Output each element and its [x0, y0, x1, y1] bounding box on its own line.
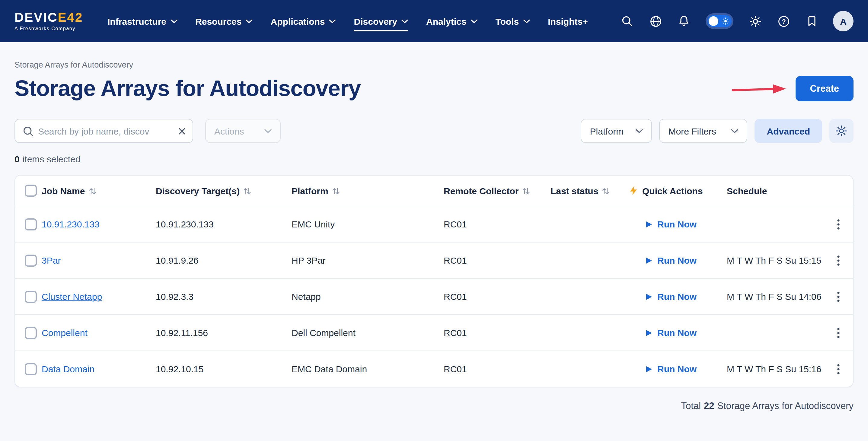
play-icon	[645, 220, 652, 228]
nav-item-label: Tools	[495, 16, 519, 26]
chevron-down-icon	[470, 19, 477, 23]
row-menu-button[interactable]	[824, 255, 853, 266]
clear-search-icon[interactable]	[178, 127, 186, 135]
total-count: 22	[704, 401, 714, 411]
select-all-checkbox[interactable]	[25, 185, 37, 197]
nav-item-applications[interactable]: Applications	[271, 10, 336, 32]
schedule-cell: M T W Th F S Su 15:15	[727, 255, 824, 265]
job-name-link[interactable]: Compellent	[42, 327, 88, 338]
selected-label: items selected	[23, 154, 81, 164]
run-now-button[interactable]: Run Now	[629, 291, 727, 302]
run-now-label: Run Now	[657, 219, 696, 229]
row-checkbox[interactable]	[25, 218, 37, 230]
globe-icon[interactable]	[648, 14, 663, 28]
user-avatar[interactable]: A	[833, 11, 854, 31]
row-menu-button[interactable]	[824, 327, 853, 338]
table-row: 10.91.230.133 10.91.230.133 EMC Unity RC…	[15, 206, 853, 242]
header-platform[interactable]: Platform	[291, 186, 444, 196]
run-now-button[interactable]: Run Now	[629, 364, 727, 374]
job-name-link[interactable]: Data Domain	[42, 364, 94, 374]
toolbar: Actions Platform More Filters Advanced	[14, 119, 854, 143]
job-name-link[interactable]: 3Par	[42, 255, 61, 265]
run-now-button[interactable]: Run Now	[629, 219, 727, 229]
selection-status: 0 items selected	[14, 154, 854, 164]
title-actions: Create	[732, 76, 854, 101]
play-icon	[645, 257, 652, 264]
sort-icon[interactable]	[243, 187, 251, 195]
logo-text-primary: DEVIC	[14, 10, 58, 24]
create-button[interactable]: Create	[796, 76, 854, 101]
header-discovery-target[interactable]: Discovery Target(s)	[156, 186, 291, 196]
run-now-label: Run Now	[657, 364, 696, 374]
run-now-button[interactable]: Run Now	[629, 255, 727, 265]
bookmark-icon[interactable]	[805, 14, 819, 28]
header-remote-collector[interactable]: Remote Collector	[444, 186, 551, 196]
notifications-bell-icon[interactable]	[677, 14, 691, 28]
nav-item-discovery[interactable]: Discovery	[354, 10, 408, 32]
sort-icon[interactable]	[522, 187, 530, 195]
nav-item-resources[interactable]: Resources	[195, 10, 252, 32]
table-settings-button[interactable]	[829, 119, 854, 143]
discovery-target-cell: 10.92.10.15	[156, 364, 291, 374]
platform-filter-dropdown[interactable]: Platform	[581, 119, 652, 143]
nav-item-analytics[interactable]: Analytics	[426, 10, 477, 32]
platform-cell: EMC Data Domain	[291, 364, 444, 374]
header-quick-actions: Quick Actions	[629, 186, 727, 196]
total-summary: Total 22 Storage Arrays for Autodiscover…	[14, 401, 854, 411]
header-job-name[interactable]: Job Name	[42, 186, 156, 196]
row-menu-button[interactable]	[824, 291, 853, 302]
platform-cell: HP 3Par	[291, 255, 444, 265]
schedule-cell: M T W Th F S Su 15:16	[727, 364, 824, 374]
header-label: Remote Collector	[444, 186, 519, 196]
kebab-menu-icon	[837, 255, 840, 266]
row-checkbox[interactable]	[25, 363, 37, 375]
device42-logo[interactable]: DEVICE42 A Freshworks Company	[14, 11, 92, 31]
nav-utility-icons: ? A	[620, 11, 854, 31]
job-name-link[interactable]: Cluster Netapp	[42, 291, 102, 302]
avatar-initial: A	[840, 16, 846, 26]
gear-icon	[835, 125, 847, 137]
nav-item-label: Applications	[271, 16, 325, 26]
sort-icon[interactable]	[602, 187, 610, 195]
nav-item-infrastructure[interactable]: Infrastructure	[107, 10, 177, 32]
chevron-down-icon	[329, 19, 336, 23]
discovery-target-cell: 10.92.3.3	[156, 291, 291, 302]
header-label: Job Name	[42, 186, 85, 196]
header-last-status[interactable]: Last status	[551, 186, 629, 196]
theme-toggle[interactable]	[707, 15, 732, 27]
total-suffix: Storage Arrays for Autodiscovery	[717, 401, 854, 411]
settings-gear-icon[interactable]	[748, 14, 763, 28]
nav-item-label: Discovery	[354, 16, 397, 26]
title-row: Storage Arrays for Autodiscovery Create	[14, 75, 854, 102]
row-checkbox[interactable]	[25, 290, 37, 303]
row-checkbox[interactable]	[25, 327, 37, 339]
job-name-link[interactable]: 10.91.230.133	[42, 219, 100, 229]
sort-icon[interactable]	[88, 187, 96, 195]
row-menu-button[interactable]	[824, 219, 853, 229]
actions-dropdown[interactable]: Actions	[205, 119, 281, 143]
breadcrumb[interactable]: Storage Arrays for Autodiscovery	[14, 60, 854, 69]
toolbar-right: Platform More Filters Advanced	[581, 119, 854, 143]
search-box	[14, 119, 193, 143]
run-now-label: Run Now	[657, 255, 696, 265]
table-row: Cluster Netapp 10.92.3.3 Netapp RC01 Run…	[15, 278, 853, 314]
nav-item-label: Infrastructure	[107, 16, 166, 26]
header-label: Schedule	[727, 186, 767, 196]
nav-item-label: Analytics	[426, 16, 466, 26]
nav-item-insights[interactable]: Insights+	[548, 10, 588, 32]
run-now-button[interactable]: Run Now	[629, 327, 727, 338]
more-filters-dropdown[interactable]: More Filters	[659, 119, 748, 143]
row-menu-button[interactable]	[824, 364, 853, 374]
sort-icon[interactable]	[332, 187, 340, 195]
search-icon[interactable]	[620, 14, 634, 28]
logo-text-accent: E42	[58, 10, 83, 24]
kebab-menu-icon	[837, 291, 840, 302]
sun-icon	[722, 18, 729, 25]
nav-item-tools[interactable]: Tools	[495, 10, 530, 32]
remote-collector-cell: RC01	[444, 255, 551, 265]
help-icon[interactable]: ?	[776, 14, 791, 28]
row-checkbox[interactable]	[25, 254, 37, 266]
search-input[interactable]	[15, 120, 192, 143]
logo-subtitle: A Freshworks Company	[14, 26, 92, 31]
advanced-filters-button[interactable]: Advanced	[755, 119, 822, 143]
